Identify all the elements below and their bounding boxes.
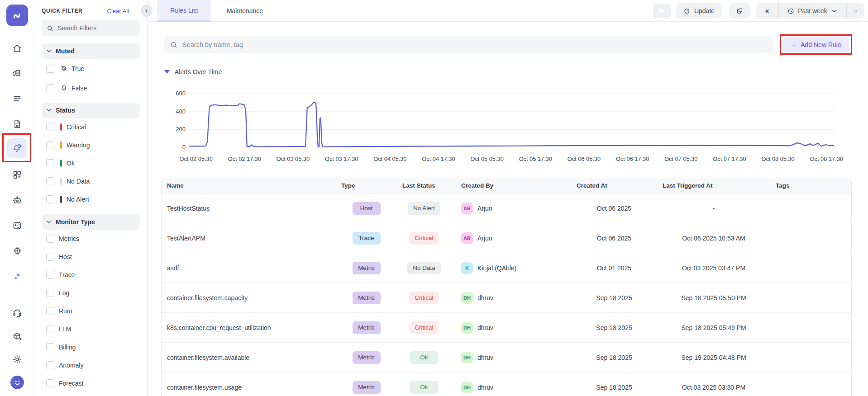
- creator-name: Arjun: [477, 235, 492, 242]
- nav-item-settings[interactable]: [7, 349, 27, 369]
- table-row[interactable]: container.filesystem.available Metric Ok…: [162, 343, 851, 372]
- nav-item-logs[interactable]: [7, 114, 27, 134]
- nav-item-pipelines[interactable]: [7, 89, 27, 108]
- column-header-type: Type: [336, 182, 397, 189]
- nav-item-integrations[interactable]: [7, 327, 27, 347]
- checkbox[interactable]: [46, 343, 54, 351]
- clear-all-link[interactable]: Clear All: [107, 8, 129, 14]
- nav-item-processor[interactable]: [7, 241, 27, 261]
- time-range-selector[interactable]: Past week: [778, 3, 846, 19]
- checkbox[interactable]: [46, 177, 54, 185]
- creator-avatar: DH: [461, 352, 473, 363]
- alerts-chart-title: Alerts Over Time: [175, 68, 222, 75]
- column-header-name: Name: [162, 182, 336, 189]
- update-button[interactable]: Update: [676, 3, 722, 19]
- filter-item-true[interactable]: True: [42, 59, 140, 78]
- filter-item-label: Trace: [59, 271, 75, 278]
- filter-item-no-alert[interactable]: No Alert: [42, 190, 140, 208]
- creator-name: Arjun: [477, 205, 492, 212]
- checkbox[interactable]: [46, 159, 54, 167]
- chevron-down-icon: [46, 108, 52, 113]
- filter-section-muted[interactable]: Muted: [42, 43, 140, 59]
- home-icon: [12, 43, 23, 54]
- processor-icon: [12, 245, 23, 256]
- filter-search[interactable]: [42, 20, 140, 36]
- cloud-services-icon: [12, 68, 23, 79]
- filter-item-false[interactable]: False: [42, 78, 140, 98]
- checkbox[interactable]: [46, 123, 54, 131]
- filter-item-log[interactable]: Log: [42, 284, 140, 302]
- filter-item-forecast[interactable]: Forecast: [42, 374, 140, 392]
- checkbox[interactable]: [46, 65, 54, 73]
- filter-item-llm[interactable]: LLM: [42, 320, 140, 338]
- nav-item-alerts[interactable]: [7, 138, 27, 158]
- table-row[interactable]: container.filesystem.usage Metric Ok DH …: [162, 372, 851, 396]
- checkbox[interactable]: [46, 195, 54, 203]
- checkbox[interactable]: [46, 361, 54, 369]
- alerts-over-time-chart[interactable]: [189, 90, 835, 147]
- chevron-left-icon: [143, 8, 150, 14]
- checkbox[interactable]: [46, 84, 54, 92]
- filter-item-billing[interactable]: Billing: [42, 338, 140, 356]
- copy-icon: [736, 7, 744, 15]
- app-logo[interactable]: [6, 5, 28, 26]
- table-row[interactable]: asdf Metric No Data K Kinjal (QAble) Oct…: [162, 253, 851, 283]
- nav-item-ai-assistant[interactable]: [7, 267, 27, 287]
- checkbox[interactable]: [46, 141, 54, 149]
- table-row[interactable]: TestAlertAPM Trace Critical AR Arjun Oct…: [162, 223, 851, 253]
- last-triggered-at: Oct 03 2025 03:47 PM: [657, 264, 770, 272]
- table-row[interactable]: k8s.container.cpu_request_utilization Me…: [162, 313, 851, 343]
- nav-item-reports[interactable]: [7, 216, 27, 236]
- filter-item-ok[interactable]: Ok: [42, 154, 140, 172]
- rules-search[interactable]: [164, 36, 773, 53]
- filter-section-label: Muted: [56, 47, 74, 55]
- filter-item-warning[interactable]: Warning: [42, 136, 140, 154]
- tab-rules-list[interactable]: Rules List: [157, 0, 211, 22]
- copy-button[interactable]: [729, 3, 750, 19]
- status-color-bar: [60, 178, 62, 185]
- bell-icon: [60, 84, 68, 92]
- filter-item-rum[interactable]: Rum: [42, 302, 140, 320]
- table-row[interactable]: container.filesystem.capacity Metric Cri…: [162, 283, 851, 313]
- checkbox[interactable]: [46, 307, 54, 315]
- table-row[interactable]: TestHostStatus Host No Alert AR Arjun Oc…: [162, 193, 851, 223]
- nav-item-automation-bot[interactable]: [7, 190, 27, 210]
- filter-section-status[interactable]: Status: [42, 103, 140, 118]
- x-tick-label: Oct 06 05:30: [557, 156, 611, 162]
- nav-item-dashboards[interactable]: [7, 165, 27, 185]
- checkbox[interactable]: [46, 289, 54, 297]
- update-button-label: Update: [694, 7, 715, 14]
- collapse-filters-button[interactable]: [141, 5, 153, 17]
- collapse-triangle-icon[interactable]: [164, 70, 170, 74]
- type-badge: Metric: [353, 292, 381, 304]
- filter-item-critical[interactable]: Critical: [42, 118, 140, 136]
- checkbox[interactable]: [46, 379, 54, 387]
- filter-item-host[interactable]: Host: [42, 248, 140, 266]
- checkbox[interactable]: [46, 235, 54, 243]
- nav-item-profile[interactable]: [7, 372, 27, 392]
- filter-item-anomaly[interactable]: Anomaly: [42, 356, 140, 374]
- filter-section-monitor-type[interactable]: Monitor Type: [42, 214, 140, 230]
- time-range-next-button[interactable]: »: [846, 3, 864, 19]
- checkbox[interactable]: [46, 325, 54, 333]
- add-new-rule-button[interactable]: Add New Rule: [783, 37, 849, 52]
- nav-item-support[interactable]: [7, 303, 27, 323]
- rules-search-input[interactable]: [182, 41, 768, 48]
- filter-item-trace[interactable]: Trace: [42, 266, 140, 284]
- tab-maintenance[interactable]: Maintenance: [222, 0, 268, 22]
- nav-item-home[interactable]: [7, 38, 27, 58]
- status-badge: No Alert: [408, 202, 440, 215]
- reports-icon: [12, 220, 23, 231]
- filter-search-input[interactable]: [57, 24, 135, 32]
- filter-item-metrics[interactable]: Metrics: [42, 230, 140, 248]
- time-range-prev-button[interactable]: «: [756, 3, 778, 19]
- filter-item-label: Ok: [67, 160, 75, 167]
- search-icon: [170, 41, 178, 49]
- filter-item-no-data[interactable]: No Data: [42, 172, 140, 190]
- double-chevron-left-icon: «: [765, 7, 769, 15]
- play-button[interactable]: [653, 4, 671, 18]
- nav-item-cloud-services[interactable]: [7, 63, 27, 83]
- checkbox[interactable]: [46, 271, 54, 279]
- checkbox[interactable]: [46, 253, 54, 261]
- creator-name: dhruv: [477, 354, 493, 361]
